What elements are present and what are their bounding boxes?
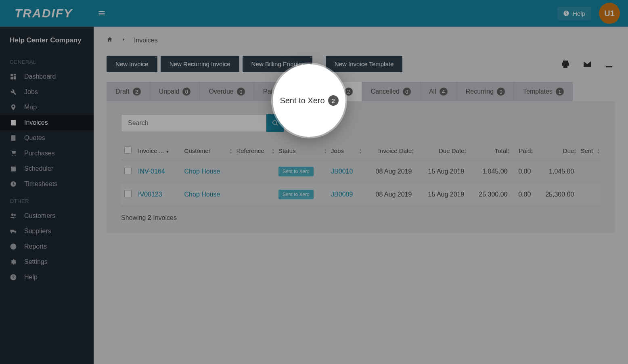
spotlight-badge: 2 bbox=[328, 95, 339, 106]
dim-overlay bbox=[0, 0, 628, 364]
spotlight-label: Sent to Xero bbox=[280, 96, 324, 105]
tour-spotlight: Sent to Xero 2 bbox=[273, 64, 345, 137]
